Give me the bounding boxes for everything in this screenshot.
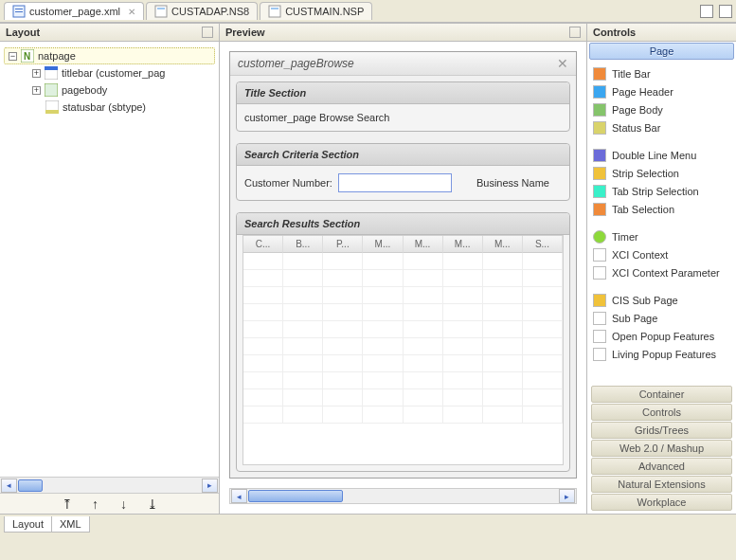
editor-tabbar: customer_page.xml ✕ CUSTADAP.NS8 CUSTMAI… (0, 0, 736, 23)
maximize-icon[interactable] (719, 5, 732, 18)
editor-tab-active[interactable]: customer_page.xml ✕ (4, 2, 144, 20)
control-item[interactable]: Page Body (593, 100, 730, 118)
control-label: Timer (612, 231, 638, 243)
tab-label: CUSTMAIN.NSP (285, 6, 364, 17)
controls-cat-workplace[interactable]: Workplace (591, 494, 732, 511)
layout-panel: Layout − N natpage + titlebar (customer_… (0, 23, 220, 514)
control-item[interactable]: Living Popup Features (593, 345, 730, 363)
tree-node[interactable]: + pagebody (4, 81, 215, 99)
svg-rect-4 (157, 8, 165, 9)
controls-cat-controls[interactable]: Controls (591, 404, 732, 421)
move-up-icon[interactable]: ↑ (89, 497, 102, 511)
control-item[interactable]: Double Line Menu (593, 146, 730, 164)
grid-header[interactable]: S... (523, 236, 563, 253)
tabbar-window-controls (700, 5, 732, 18)
tree-node[interactable]: statusbar (sbtype) (4, 99, 215, 116)
scroll-thumb[interactable] (248, 490, 343, 502)
controls-cat-grids[interactable]: Grids/Trees (591, 422, 732, 439)
layout-tree[interactable]: − N natpage + titlebar (customer_pag + p… (0, 42, 219, 477)
grid-header[interactable]: M... (404, 236, 443, 253)
bottom-tab-layout[interactable]: Layout (4, 516, 51, 533)
layout-title-text: Layout (6, 27, 40, 38)
statusbar-icon (45, 100, 59, 114)
control-item[interactable]: Status Bar (593, 118, 730, 136)
scroll-right-icon[interactable]: ▸ (559, 489, 575, 503)
control-label: Status Bar (612, 122, 660, 134)
close-icon[interactable]: ✕ (557, 56, 568, 71)
control-label: Double Line Menu (612, 150, 696, 161)
tree-node-root[interactable]: − N natpage (4, 47, 215, 64)
criteria-section: Search Criteria Section Customer Number:… (236, 143, 570, 201)
results-section: Search Results Section C... B... P... M.… (236, 212, 570, 472)
control-label: CIS Sub Page (612, 295, 678, 306)
control-item[interactable]: Tab Selection (593, 200, 730, 218)
move-top-icon[interactable]: ⤒ (61, 497, 74, 511)
customer-number-input[interactable] (338, 173, 452, 192)
grid-header[interactable]: P... (323, 236, 363, 253)
file-icon (154, 5, 168, 18)
svg-rect-3 (155, 6, 167, 17)
tree-node[interactable]: + titlebar (customer_pag (4, 64, 215, 81)
panel-menu-icon[interactable] (202, 27, 213, 38)
grid-header[interactable]: M... (483, 236, 523, 253)
scroll-left-icon[interactable]: ◂ (231, 489, 247, 503)
title-section-body: customer_page Browse Search (237, 104, 569, 131)
controls-cat-web20[interactable]: Web 2.0 / Mashup (591, 440, 732, 457)
layout-panel-title: Layout (0, 23, 219, 42)
controls-cat-advanced[interactable]: Advanced (591, 458, 732, 475)
control-label: XCI Context Parameter (612, 267, 720, 279)
tree-node-label: natpage (38, 50, 76, 62)
svg-rect-6 (271, 8, 278, 9)
expand-icon[interactable]: + (32, 69, 41, 78)
editor-tab[interactable]: CUSTMAIN.NSP (260, 2, 372, 20)
control-item[interactable]: XCI Context (593, 245, 730, 263)
move-bottom-icon[interactable]: ⤓ (146, 497, 159, 511)
minimize-icon[interactable] (700, 5, 713, 18)
bottom-tab-xml[interactable]: XML (51, 516, 90, 533)
scroll-right-icon[interactable]: ▸ (202, 479, 218, 493)
control-label: Tab Selection (612, 204, 674, 215)
control-icon (593, 85, 606, 99)
editor-tab[interactable]: CUSTADAP.NS8 (146, 2, 258, 20)
collapse-icon[interactable]: − (9, 52, 17, 61)
controls-cat-container[interactable]: Container (591, 386, 732, 403)
close-icon[interactable]: ✕ (128, 7, 135, 17)
scroll-thumb[interactable] (18, 479, 43, 492)
tree-node-label: titlebar (customer_pag (62, 67, 165, 79)
control-item[interactable]: Open Popup Features (593, 327, 730, 345)
title-section-text: customer_page Browse Search (244, 112, 389, 123)
section-header: Search Criteria Section (237, 144, 569, 166)
grid-header[interactable]: M... (363, 236, 403, 253)
control-item[interactable]: Sub Page (593, 309, 730, 327)
scroll-left-icon[interactable]: ◂ (1, 479, 17, 493)
control-icon (593, 67, 606, 81)
controls-panel-title: Controls (587, 23, 736, 42)
control-item[interactable]: Strip Selection (593, 164, 730, 182)
control-item[interactable]: Title Bar (593, 64, 730, 82)
business-name-label: Business Name (476, 177, 549, 189)
preview-scrollbar[interactable]: ◂ ▸ (229, 488, 577, 504)
timer-icon (593, 230, 606, 244)
grid-header[interactable]: M... (443, 236, 483, 253)
tree-node-label: pagebody (62, 84, 107, 96)
grid-header[interactable]: B... (283, 236, 323, 253)
control-label: Page Body (612, 104, 663, 116)
controls-section-page[interactable]: Page (589, 43, 734, 60)
controls-cat-natext[interactable]: Natural Extensions (591, 476, 732, 493)
controls-list: Title Bar Page Header Page Body Status B… (587, 61, 736, 383)
control-label: Sub Page (612, 313, 657, 324)
control-item[interactable]: CIS Sub Page (593, 291, 730, 309)
expand-icon[interactable]: + (32, 86, 41, 95)
control-item[interactable]: Timer (593, 227, 730, 245)
results-grid[interactable]: C... B... P... M... M... M... M... S... (242, 235, 564, 465)
control-item[interactable]: Tab Strip Selection (593, 182, 730, 200)
control-item[interactable]: XCI Context Parameter (593, 263, 730, 281)
grid-header[interactable]: C... (243, 236, 283, 253)
panel-menu-icon[interactable] (569, 27, 581, 38)
control-item[interactable]: Page Header (593, 82, 730, 100)
tab-label: customer_page.xml (29, 6, 120, 17)
svg-rect-1 (15, 9, 23, 9)
title-section: Title Section customer_page Browse Searc… (236, 81, 570, 132)
move-down-icon[interactable]: ↓ (117, 497, 131, 511)
layout-scrollbar[interactable]: ◂ ▸ (0, 477, 219, 493)
